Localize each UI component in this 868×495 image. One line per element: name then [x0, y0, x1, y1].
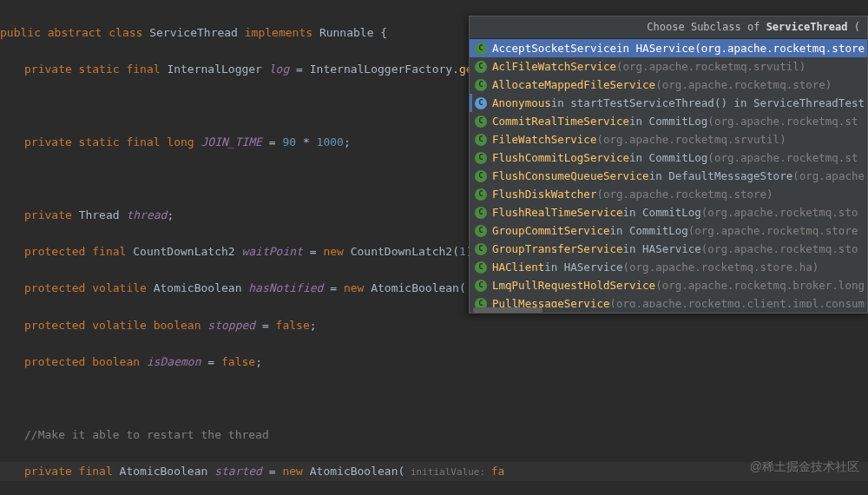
class-name-label: FlushRealTimeService [492, 203, 623, 221]
subclass-chooser-popup: Choose Subclass of ServiceThread ( CAcce… [469, 16, 868, 314]
location-label: in CommitLog [609, 221, 687, 240]
package-label: (org.apache.rocketmq.st [707, 148, 858, 167]
package-label: (org.apache.rocketmq.store [694, 39, 865, 57]
popup-item[interactable]: CAcceptSocketService in HAService (org.a… [470, 39, 867, 57]
class-icon: C [475, 188, 487, 201]
class-icon: C [475, 134, 487, 146]
location-label: in CommitLog [623, 203, 701, 221]
popup-item[interactable]: CFlushCommitLogService in CommitLog (org… [470, 148, 867, 167]
class-name-label: FileWatchService [492, 130, 596, 148]
popup-item[interactable]: CAllocateMappedFileService (org.apache.r… [470, 76, 867, 94]
location-label: in CommitLog [629, 148, 707, 167]
class-name-label: AclFileWatchService [492, 57, 616, 76]
class-icon: C [475, 170, 487, 182]
popup-list[interactable]: CAcceptSocketService in HAService (org.a… [470, 39, 867, 313]
class-name-label: FlushCommitLogService [492, 148, 629, 167]
location-label: in DefaultMessageStore [649, 167, 793, 185]
package-label: (org.apache.rocketmq.st [707, 112, 858, 130]
popup-item[interactable]: CFileWatchService (org.apache.rocketmq.s… [470, 130, 867, 148]
class-name-label: Anonymous [492, 94, 551, 112]
package-label: (org.apache.rocketmq.srvutil) [616, 57, 806, 76]
package-label: (org.apache.rocketmq.srvutil) [596, 130, 786, 148]
location-label: in HAService [616, 39, 694, 57]
package-label: (org.apache.rocketmq.store) [596, 185, 773, 203]
popup-item[interactable]: CAclFileWatchService (org.apache.rocketm… [470, 57, 867, 76]
popup-item[interactable]: CLmqPullRequestHoldService (org.apache.r… [470, 276, 867, 294]
class-name-label: LmqPullRequestHoldService [492, 276, 655, 294]
horizontal-scrollbar[interactable] [470, 307, 867, 313]
location-label: in CommitLog [629, 112, 707, 130]
class-icon: C [475, 207, 487, 219]
package-label: (org.apache.rocketmq.sto [701, 240, 858, 258]
package-label: (org.apache.rocketmq.sto [701, 203, 858, 221]
class-icon: C [475, 43, 487, 55]
class-name-label: CommitRealTimeService [492, 112, 629, 130]
class-name-label: GroupTransferService [492, 240, 623, 258]
popup-item[interactable]: CHAClient in HAService (org.apache.rocke… [470, 258, 867, 276]
class-icon: C [475, 116, 487, 128]
class-icon: C [475, 61, 487, 73]
popup-item[interactable]: CCommitRealTimeService in CommitLog (org… [470, 112, 867, 130]
popup-item[interactable]: CGroupCommitService in CommitLog (org.ap… [470, 221, 867, 240]
class-name-label: FlushDiskWatcher [492, 185, 596, 203]
package-label: (org.apache.rocketmq.store) [655, 76, 832, 94]
scrollbar-thumb[interactable] [473, 307, 542, 313]
package-label: (org.apache.rocketmq.broker.long [655, 276, 865, 294]
class-icon: C [475, 152, 487, 164]
package-label: (org.apache [792, 167, 865, 185]
location-label: in HAService [623, 240, 701, 258]
anonymous-class-icon: C [475, 97, 487, 109]
class-name-label: AllocateMappedFileService [492, 76, 655, 94]
location-label: in HAService [544, 258, 622, 276]
popup-item[interactable]: CFlushDiskWatcher (org.apache.rocketmq.s… [470, 185, 867, 203]
package-label: (org.apache.rocketmq.store.ha) [623, 258, 819, 276]
class-name-label: FlushConsumeQueueService [492, 167, 649, 185]
location-label: in startTestServiceThread() in ServiceTh… [551, 94, 865, 112]
watermark: @稀土掘金技术社区 [750, 458, 859, 476]
class-icon: C [475, 280, 487, 292]
package-label: (org.apache.rocketmq.store [688, 221, 858, 240]
class-name-label: AcceptSocketService [492, 39, 616, 57]
popup-item[interactable]: CFlushRealTimeService in CommitLog (org.… [470, 203, 867, 221]
class-icon: C [475, 261, 487, 274]
popup-header: Choose Subclass of ServiceThread ( [470, 16, 867, 39]
class-icon: C [475, 225, 487, 237]
class-name-label: HAClient [492, 258, 544, 276]
popup-item[interactable]: CAnonymous in startTestServiceThread() i… [470, 94, 867, 112]
class-name-label: GroupCommitService [492, 221, 609, 240]
popup-item[interactable]: CFlushConsumeQueueService in DefaultMess… [470, 167, 867, 185]
class-icon: C [475, 243, 487, 255]
class-icon: C [475, 79, 487, 91]
popup-item[interactable]: CGroupTransferService in HAService (org.… [470, 240, 867, 258]
